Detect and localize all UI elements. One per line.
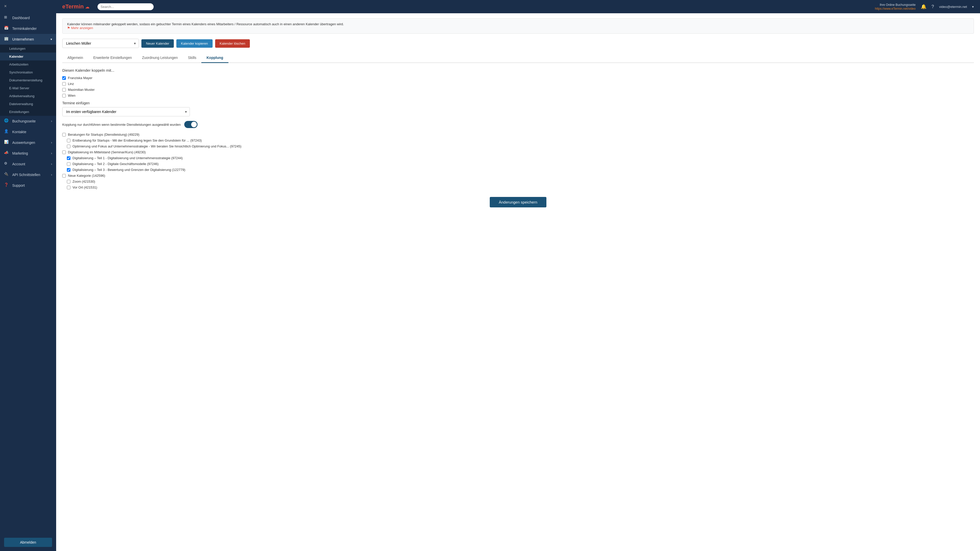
abmelden-button[interactable]: Abmelden [4, 538, 52, 547]
sub-item-einstellungen[interactable]: Einstellungen [0, 108, 56, 116]
sidebar-item-label: Kontakte [12, 130, 26, 134]
api-icon: 🔌 [4, 172, 10, 178]
sidebar-item-marketing[interactable]: 📣 Marketing › [0, 148, 56, 159]
checkbox-neue-kategorie[interactable] [62, 174, 66, 178]
unternehmen-submenu: Leistungen Kalender Arbeitszeiten Synchr… [0, 44, 56, 116]
new-calendar-button[interactable]: Neuer Kalender [142, 39, 174, 48]
checkbox-linz[interactable] [62, 82, 66, 86]
sidebar: × ⊞ Dashboard 📅 Terminkalender 🏢 Unterne… [0, 0, 56, 551]
sidebar-item-unternehmen[interactable]: 🏢 Unternehmen ▾ [0, 34, 56, 44]
toggle-track[interactable] [184, 121, 197, 128]
checkbox-digit-teil3[interactable] [67, 168, 70, 171]
save-row: Änderungen speichern [62, 197, 974, 207]
service-zoom: Zoom (421530) [67, 179, 974, 183]
checkbox-maximilian-muster[interactable] [62, 88, 66, 92]
kopplung-title: Diesen Kalender koppeln mit... [62, 68, 974, 73]
sub-item-dokumentenerstellung[interactable]: Dokumentenerstellung [0, 76, 56, 84]
tab-allgemein[interactable]: Allgemein [62, 53, 88, 63]
chevron-icon: › [51, 151, 52, 155]
checkbox-zoom[interactable] [67, 180, 70, 183]
dashboard-icon: ⊞ [4, 15, 10, 21]
delete-calendar-button[interactable]: Kalender löschen [215, 39, 250, 48]
sub-item-leistungen[interactable]: Leistungen [0, 44, 56, 52]
close-sidebar-button[interactable]: × [0, 0, 56, 13]
kopplung-section: Diesen Kalender koppeln mit... Franziska… [62, 68, 974, 207]
sidebar-item-kontakte[interactable]: 👤 Kontakte [0, 127, 56, 137]
checkbox-erstberatung[interactable] [67, 139, 70, 142]
logo-e: e [62, 3, 65, 10]
calendar-select[interactable]: Lieschen MüllerFranziska MayerMaximilian… [62, 39, 139, 48]
label-digit-teil2: Digitalisierung – Teil 2 - Digitale Gesc… [73, 162, 159, 166]
sub-item-artikelverwaltung[interactable]: Artikelverwaltung [0, 92, 56, 100]
calendar-selector-row: Lieschen MüllerFranziska MayerMaximilian… [62, 39, 974, 48]
sidebar-item-auswertungen[interactable]: 📊 Auswertungen › [0, 137, 56, 148]
user-email[interactable]: video@etermin.net [939, 5, 967, 9]
booking-link: Ihre Online Buchungsseite https://www.eT… [875, 3, 915, 11]
booking-icon: 🌐 [4, 118, 10, 124]
sidebar-item-api[interactable]: 🔌 API Schnittstellen › [0, 169, 56, 180]
checkbox-optimierung[interactable] [67, 144, 70, 148]
sidebar-item-terminkalender[interactable]: 📅 Terminkalender [0, 23, 56, 34]
mehr-anzeigen-link[interactable]: ⚑ Mehr anzeigen [67, 26, 93, 30]
checkbox-digit-teil2[interactable] [67, 162, 70, 166]
sidebar-item-label: Marketing [12, 151, 28, 156]
logo-cloud-icon: ☁ [85, 5, 89, 9]
service-digitalisierung: Digitalisierung im Mittelstand (Seminar/… [62, 150, 974, 154]
services-checkboxes: Beratungen für Startups (Dienstleistung)… [62, 133, 974, 189]
sidebar-item-account[interactable]: ⚙ Account › [0, 159, 56, 169]
checkbox-franziska-mayer[interactable] [62, 76, 66, 80]
sub-item-synchronisation[interactable]: Synchronisation [0, 68, 56, 76]
tab-skills[interactable]: Skills [183, 53, 202, 63]
content-area: Kalender können miteinander gekoppelt we… [56, 13, 980, 551]
tab-bar: Allgemein Erweiterte Einstellungen Zuord… [62, 53, 974, 63]
tab-kopplung[interactable]: Kopplung [201, 53, 228, 63]
chevron-icon: › [51, 173, 52, 176]
sub-item-dateiverwaltung[interactable]: Dateiverwaltung [0, 100, 56, 108]
termine-select[interactable]: Im ersten verfügbaren KalenderIn allen K… [62, 107, 190, 116]
sidebar-item-label: Dashboard [12, 16, 30, 20]
booking-url[interactable]: https://www.eTermin.net/video [875, 7, 915, 11]
termine-label: Termine einfügen [62, 101, 974, 105]
kopplung-condition-label: Kopplung nur durchführen wenn bestimmte … [62, 123, 181, 127]
sidebar-footer: Abmelden [0, 534, 56, 551]
checkbox-vor-ort[interactable] [67, 186, 70, 189]
service-beratungen: Beratungen für Startups (Dienstleistung)… [62, 133, 974, 137]
save-button[interactable]: Änderungen speichern [490, 197, 547, 207]
label-optimierung: Optimierung und Fokus auf Unternehmensst… [73, 144, 242, 148]
tab-erweiterte-einstellungen[interactable]: Erweiterte Einstellungen [88, 53, 137, 63]
sub-item-kalender[interactable]: Kalender [0, 52, 56, 60]
sidebar-item-support[interactable]: ❓ Support [0, 180, 56, 191]
calendar-check-linz: Linz [62, 82, 974, 86]
sidebar-item-label: Unternehmen [12, 37, 34, 41]
sidebar-item-label: Account [12, 162, 25, 166]
help-icon[interactable]: ? [932, 4, 934, 10]
label-franziska-mayer: Franziska Mayer [68, 76, 92, 80]
chevron-icon: › [51, 141, 52, 144]
checkbox-wien[interactable] [62, 94, 66, 97]
info-bar: Kalender können miteinander gekoppelt we… [62, 18, 974, 34]
sidebar-item-buchungsseite[interactable]: 🌐 Buchungsseite › [0, 116, 56, 127]
label-neue-kategorie: Neue Kategorie (142596) [68, 174, 105, 178]
contacts-icon: 👤 [4, 129, 10, 135]
search-input[interactable] [97, 3, 154, 10]
tab-zuordnung-leistungen[interactable]: Zuordnung Leistungen [137, 53, 183, 63]
calendar-select-wrapper: Lieschen MüllerFranziska MayerMaximilian… [62, 39, 139, 48]
checkbox-digitalisierung[interactable] [62, 151, 66, 154]
copy-calendar-button[interactable]: Kalender kopieren [177, 39, 213, 48]
service-optimierung: Optimierung und Fokus auf Unternehmensst… [67, 144, 974, 148]
checkbox-beratungen[interactable] [62, 133, 66, 137]
sub-item-email-server[interactable]: E-Mail Server [0, 84, 56, 92]
logo-termin: Termin [65, 3, 84, 10]
calendar-icon: 📅 [4, 26, 10, 32]
kopplung-condition-row: Kopplung nur durchführen wenn bestimmte … [62, 121, 974, 128]
bell-icon[interactable]: 🔔 [921, 4, 926, 10]
account-icon: ⚙ [4, 161, 10, 167]
checkbox-digit-teil1[interactable] [67, 156, 70, 160]
calendar-check-maximilian: Maximilian Muster [62, 88, 974, 92]
marketing-icon: 📣 [4, 151, 10, 156]
label-zoom: Zoom (421530) [73, 179, 95, 183]
sub-item-arbeitszeiten[interactable]: Arbeitszeiten [0, 60, 56, 68]
sidebar-item-label: Buchungsseite [12, 119, 36, 123]
kopplung-toggle[interactable] [184, 121, 197, 128]
sidebar-item-dashboard[interactable]: ⊞ Dashboard [0, 13, 56, 23]
